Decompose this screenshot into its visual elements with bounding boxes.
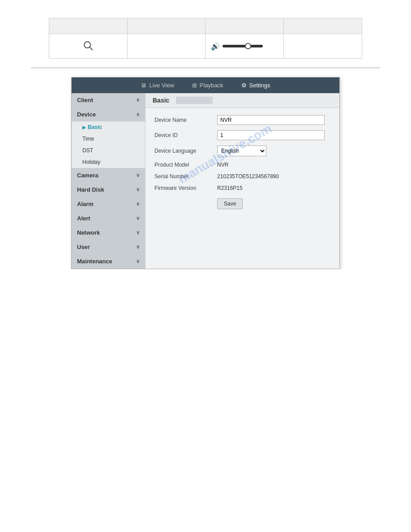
sidebar-section-user: User ∨ — [72, 240, 145, 254]
sidebar-item-alarm[interactable]: Alarm ∨ — [72, 197, 145, 211]
live-view-label: Live View — [149, 82, 174, 89]
nav-playback[interactable]: ⊞ Playback — [192, 82, 223, 89]
form-row-save: Save — [154, 197, 330, 209]
chevron-down-icon-2: ∨ — [136, 172, 140, 178]
sidebar-item-alert[interactable]: Alert ∨ — [72, 211, 145, 225]
sidebar-section-camera: Camera ∨ — [72, 168, 145, 183]
content-title: Basic — [146, 93, 176, 107]
sidebar-camera-label: Camera — [77, 172, 98, 179]
section-divider — [31, 68, 380, 68]
sidebar: Client ∨ Device ∧ ▶ Basic Time DST — [72, 93, 146, 269]
sidebar-harddisk-label: Hard Disk — [77, 186, 104, 193]
sidebar-section-harddisk: Hard Disk ∨ — [72, 183, 145, 197]
form-row-product-model: Product Model NVR — [154, 162, 330, 168]
device-name-label: Device Name — [154, 117, 217, 123]
top-table: 🔊 — [49, 18, 362, 59]
col-header-3 — [206, 18, 284, 34]
sidebar-item-client[interactable]: Client ∨ — [72, 93, 145, 107]
sidebar-item-holiday[interactable]: Holiday — [72, 156, 145, 168]
main-body: Client ∨ Device ∧ ▶ Basic Time DST — [72, 93, 339, 269]
magnify-icon[interactable] — [83, 41, 93, 51]
content-header: Basic — [146, 93, 339, 108]
sidebar-item-user[interactable]: User ∨ — [72, 240, 145, 254]
form-row-device-id: Device ID — [154, 130, 330, 140]
svg-line-1 — [90, 47, 93, 50]
form-row-serial-number: Serial Number 210235TOE51234567890 — [154, 173, 330, 180]
live-view-icon: 🖥 — [141, 82, 146, 89]
sidebar-section-alert: Alert ∨ — [72, 211, 145, 226]
volume-slider-track[interactable] — [223, 45, 263, 47]
sidebar-user-label: User — [77, 244, 90, 250]
sidebar-item-dst[interactable]: DST — [72, 145, 145, 156]
product-model-value: NVR — [217, 162, 228, 168]
sidebar-section-maintenance: Maintenance ∨ — [72, 254, 145, 269]
settings-form: Device Name Device ID Device Language En… — [146, 108, 339, 222]
magnify-cell — [49, 34, 128, 59]
col-header-1 — [49, 18, 128, 34]
sidebar-item-maintenance[interactable]: Maintenance ∨ — [72, 254, 145, 268]
sidebar-item-time[interactable]: Time — [72, 133, 145, 145]
svg-point-0 — [84, 42, 90, 48]
save-button[interactable]: Save — [217, 198, 243, 209]
sidebar-section-alarm: Alarm ∨ — [72, 197, 145, 211]
sidebar-alert-label: Alert — [77, 215, 90, 222]
holiday-label: Holiday — [82, 159, 100, 165]
col-header-4 — [284, 18, 362, 34]
sidebar-item-network[interactable]: Network ∨ — [72, 226, 145, 240]
chevron-down-icon-6: ∨ — [136, 230, 140, 236]
sidebar-client-label: Client — [77, 97, 93, 103]
sidebar-item-camera[interactable]: Camera ∨ — [72, 168, 145, 182]
col-header-2 — [127, 18, 206, 34]
serial-number-value: 210235TOE51234567890 — [217, 173, 279, 180]
product-model-label: Product Model — [154, 162, 217, 168]
sidebar-item-basic[interactable]: ▶ Basic — [72, 121, 145, 133]
chevron-down-icon-5: ∨ — [136, 215, 140, 221]
chevron-down-icon: ∨ — [136, 97, 140, 103]
device-id-label: Device ID — [154, 132, 217, 138]
form-row-firmware-version: Firmware Version R2316P15 — [154, 185, 330, 191]
volume-slider-thumb[interactable] — [245, 43, 251, 49]
sidebar-network-label: Network — [77, 229, 100, 236]
basic-label: Basic — [88, 124, 102, 130]
device-name-input[interactable] — [217, 115, 325, 125]
arrow-icon: ▶ — [82, 125, 86, 130]
sidebar-item-device[interactable]: Device ∧ — [72, 107, 145, 121]
chevron-up-icon: ∧ — [136, 112, 140, 117]
firmware-version-label: Firmware Version — [154, 185, 217, 191]
sidebar-section-device: Device ∧ ▶ Basic Time DST Holiday — [72, 107, 145, 168]
serial-number-label: Serial Number — [154, 173, 217, 180]
settings-icon: ⚙ — [241, 82, 247, 89]
content-tab — [176, 97, 213, 104]
nav-bar: 🖥 Live View ⊞ Playback ⚙ Settings — [72, 77, 339, 93]
nav-live-view[interactable]: 🖥 Live View — [141, 82, 174, 89]
volume-cell: 🔊 — [206, 34, 284, 59]
device-language-select[interactable]: English Chinese French German Spanish — [217, 146, 266, 156]
playback-icon: ⊞ — [192, 82, 197, 89]
form-row-device-language: Device Language English Chinese French G… — [154, 146, 330, 156]
firmware-version-value: R2316P15 — [217, 185, 243, 191]
sidebar-section-network: Network ∨ — [72, 226, 145, 240]
settings-label: Settings — [249, 82, 270, 89]
sidebar-alarm-label: Alarm — [77, 201, 94, 207]
device-language-label: Device Language — [154, 148, 217, 154]
nav-settings[interactable]: ⚙ Settings — [241, 82, 270, 89]
dst-label: DST — [82, 147, 93, 154]
chevron-down-icon-4: ∨ — [136, 201, 140, 207]
device-id-input[interactable] — [217, 130, 325, 140]
col2-cell — [127, 34, 206, 59]
sidebar-maintenance-label: Maintenance — [77, 258, 112, 265]
chevron-down-icon-8: ∨ — [136, 258, 140, 264]
form-row-device-name: Device Name — [154, 115, 330, 125]
playback-label: Playback — [200, 82, 223, 89]
col4-cell — [284, 34, 362, 59]
app-container: 🖥 Live View ⊞ Playback ⚙ Settings Client… — [71, 77, 340, 269]
volume-icon: 🔊 — [211, 42, 220, 51]
sidebar-device-label: Device — [77, 111, 96, 118]
sidebar-section-client: Client ∨ — [72, 93, 145, 107]
content-area: Basic manualshive.com Device Name Device… — [146, 93, 339, 269]
sidebar-item-harddisk[interactable]: Hard Disk ∨ — [72, 183, 145, 197]
chevron-down-icon-7: ∨ — [136, 244, 140, 250]
time-label: Time — [82, 136, 94, 142]
chevron-down-icon-3: ∨ — [136, 187, 140, 193]
